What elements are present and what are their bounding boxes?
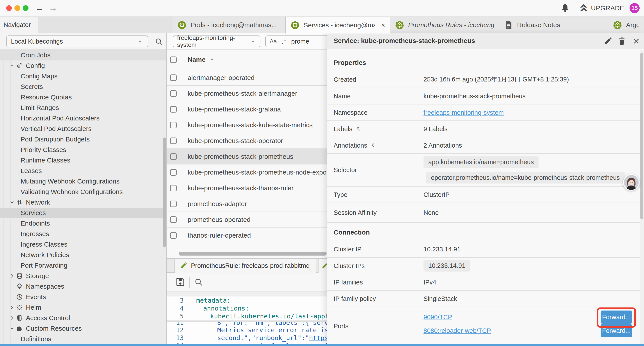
- sidebar-item-pod-disruption-budgets[interactable]: Pod Disruption Budgets: [0, 134, 166, 145]
- zoom-window-icon[interactable]: [23, 5, 28, 11]
- sidebar-item-label: Mutating Webhook Configurations: [20, 178, 120, 185]
- detail-scrollbar[interactable]: [640, 53, 643, 219]
- sidebar-item-definitions[interactable]: Definitions: [0, 334, 166, 344]
- sidebar-search-icon[interactable]: [155, 37, 163, 47]
- port-link[interactable]: 9090/TCP: [424, 314, 452, 321]
- sidebar-item-access-control[interactable]: Access Control: [0, 313, 166, 323]
- regex-icon[interactable]: .*: [282, 37, 286, 45]
- sidebar-item-services[interactable]: Services: [0, 208, 166, 218]
- tab-release-notes[interactable]: Release Notes: [499, 17, 608, 33]
- edit-pencil-icon[interactable]: [604, 37, 612, 45]
- row-checkbox[interactable]: [170, 185, 177, 191]
- chevron-down-icon[interactable]: [9, 200, 15, 205]
- tab-services-icecheng-math[interactable]: Services - icecheng@math...×: [286, 17, 390, 33]
- save-icon[interactable]: [175, 277, 185, 288]
- row-checkbox[interactable]: [170, 137, 177, 144]
- forward-button[interactable]: Forward...: [600, 324, 632, 337]
- sidebar-item-runtime-classes[interactable]: Runtime Classes: [0, 155, 166, 166]
- table-row-thanos-ruler-operated[interactable]: thanos-ruler-operated: [166, 228, 326, 243]
- sidebar-item-namespaces[interactable]: Namespaces: [0, 281, 166, 292]
- row-checkbox[interactable]: [170, 201, 177, 207]
- navigator-panel-tab[interactable]: Navigator: [0, 17, 38, 33]
- chevron-right-icon[interactable]: [9, 315, 15, 321]
- sidebar-item-limit-ranges[interactable]: Limit Ranges: [0, 102, 166, 113]
- table-row-kube-prometheus-stack-grafana[interactable]: kube-prometheus-stack-grafana: [166, 101, 326, 117]
- sidebar-item-custom-resources[interactable]: Custom Resources: [0, 323, 166, 334]
- sidebar-item-leases[interactable]: Leases: [0, 166, 166, 176]
- sidebar-item-port-forwarding[interactable]: Port Forwarding: [0, 260, 166, 271]
- forward-button[interactable]: Forward...: [600, 311, 632, 324]
- match-case-icon[interactable]: Aa: [270, 38, 277, 45]
- port-link[interactable]: 8080:reloader-web/TCP: [424, 327, 491, 335]
- delete-trash-icon[interactable]: [618, 37, 626, 45]
- row-checkbox[interactable]: [170, 122, 177, 128]
- sidebar-item-secrets[interactable]: Secrets: [0, 81, 166, 92]
- sidebar-scrollbar[interactable]: [163, 137, 166, 247]
- table-row-prometheus-adapter[interactable]: prometheus-adapter: [166, 196, 326, 212]
- sidebar-item-network-policies[interactable]: Network Policies: [0, 250, 166, 260]
- row-checkbox[interactable]: [170, 232, 177, 239]
- row-checkbox[interactable]: [170, 106, 177, 113]
- upgrade-icon[interactable]: [579, 3, 588, 13]
- tab-pods-icecheng-mathmas[interactable]: Pods - icecheng@mathmas...: [172, 17, 286, 33]
- chevron-down-icon[interactable]: [9, 326, 15, 331]
- sidebar-item-ingress-classes[interactable]: Ingress Classes: [0, 239, 166, 250]
- table-row-alertmanager-operated[interactable]: alertmanager-operated: [166, 70, 326, 86]
- sidebar-item-priority-classes[interactable]: Priority Classes: [0, 145, 166, 155]
- sidebar-item-events[interactable]: Events: [0, 292, 166, 302]
- select-all-checkbox[interactable]: [170, 56, 177, 63]
- upgrade-label[interactable]: UPGRADE: [591, 4, 624, 12]
- table-row-kube-prometheus-stack-alertmanager[interactable]: kube-prometheus-stack-alertmanager: [166, 86, 326, 101]
- horizontal-scrollbar[interactable]: [179, 252, 326, 256]
- table-row-kube-prometheus-stack-prometheus[interactable]: kube-prometheus-stack-prometheus: [166, 149, 326, 164]
- name-column-header[interactable]: Name: [188, 56, 215, 63]
- table-row-kube-prometheus-stack-prometheus-node-expor[interactable]: kube-prometheus-stack-prometheus-node-ex…: [166, 164, 326, 180]
- notifications-bell-icon[interactable]: [561, 3, 570, 13]
- sidebar-item-cron-jobs[interactable]: Cron Jobs: [0, 50, 166, 60]
- editor-search-icon[interactable]: [194, 278, 203, 287]
- chevron-right-icon[interactable]: [9, 305, 15, 310]
- row-checkbox[interactable]: [170, 74, 177, 81]
- minimize-window-icon[interactable]: [14, 5, 20, 11]
- chevron-right-icon[interactable]: [9, 273, 15, 279]
- sort-updown-icon[interactable]: [355, 126, 361, 132]
- sort-updown-icon[interactable]: [370, 143, 376, 148]
- row-checkbox[interactable]: [170, 169, 177, 176]
- namespace-link[interactable]: freeleaps-monitoring-system: [424, 109, 504, 116]
- sidebar-item-ingresses[interactable]: Ingresses: [0, 229, 166, 239]
- sidebar-item-mutating-webhook-configurations[interactable]: Mutating Webhook Configurations: [0, 176, 166, 187]
- row-checkbox[interactable]: [170, 90, 177, 97]
- yaml-editor[interactable]: 3metadata:4annotations:5kubectl.kubernet…: [166, 297, 326, 346]
- sidebar-item-helm[interactable]: Helm: [0, 302, 166, 313]
- sidebar-item-config-maps[interactable]: Config Maps: [0, 71, 166, 81]
- forward-icon[interactable]: →: [49, 2, 58, 13]
- sidebar-item-endpoints[interactable]: Endpoints: [0, 218, 166, 229]
- table-row-prometheus-operated[interactable]: prometheus-operated: [166, 212, 326, 228]
- notification-count-badge[interactable]: 15: [630, 3, 640, 13]
- close-icon[interactable]: [632, 37, 640, 45]
- close-tab-icon[interactable]: ×: [381, 21, 385, 29]
- chevron-down-icon[interactable]: [9, 63, 15, 68]
- table-row-kube-prometheus-stack-kube-state-metrics[interactable]: kube-prometheus-stack-kube-state-metrics: [166, 117, 326, 133]
- sidebar-item-config[interactable]: Config: [0, 60, 166, 71]
- tab-prometheus-rules-icecheng[interactable]: Prometheus Rules - icecheng...: [390, 17, 499, 33]
- sidebar-item-validating-webhook-configurations[interactable]: Validating Webhook Configurations: [0, 187, 166, 197]
- row-checkbox[interactable]: [170, 153, 177, 160]
- sidebar-item-network[interactable]: Network: [0, 197, 166, 208]
- table-row-kube-prometheus-stack-thanos-ruler[interactable]: kube-prometheus-stack-thanos-ruler: [166, 180, 326, 196]
- editor-tab-next[interactable]: [318, 259, 326, 273]
- kubeconfig-selector[interactable]: Local Kubeconfigs: [6, 35, 148, 47]
- user-avatar[interactable]: [623, 174, 640, 191]
- namespace-filter-select[interactable]: freeleaps-monitoring-system: [173, 35, 260, 47]
- sidebar-item-resource-quotas[interactable]: Resource Quotas: [0, 92, 166, 102]
- editor-tab-prometheusrule[interactable]: PrometheusRule: freeleaps-prod-rabbitmq: [174, 259, 316, 273]
- search-input[interactable]: Aa .* prome: [265, 35, 326, 47]
- tab-argo-se[interactable]: Argo Se: [608, 17, 644, 33]
- sidebar-item-horizontal-pod-autoscalers[interactable]: Horizontal Pod Autoscalers: [0, 113, 166, 123]
- row-checkbox[interactable]: [170, 216, 177, 223]
- back-icon[interactable]: ←: [35, 2, 44, 13]
- sidebar-item-storage[interactable]: Storage: [0, 271, 166, 281]
- table-row-kube-prometheus-stack-operator[interactable]: kube-prometheus-stack-operator: [166, 133, 326, 149]
- sidebar-item-vertical-pod-autoscalers[interactable]: Vertical Pod Autoscalers: [0, 123, 166, 134]
- close-window-icon[interactable]: [6, 5, 12, 11]
